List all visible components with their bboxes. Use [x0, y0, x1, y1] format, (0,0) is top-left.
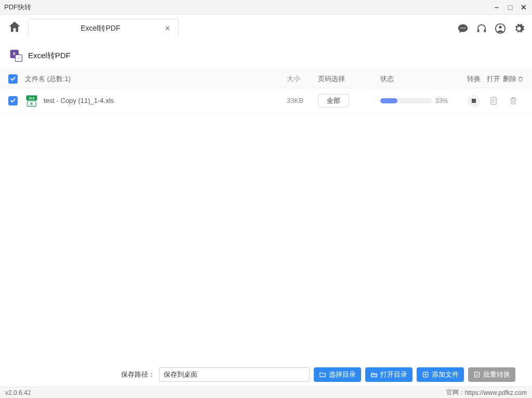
minimize-button[interactable]: –	[493, 3, 501, 11]
delete-file-button[interactable]	[507, 95, 520, 107]
save-path-label: 保存路径：	[121, 370, 155, 379]
tab-close-button[interactable]: ×	[163, 24, 172, 33]
progress-bar	[380, 98, 432, 103]
svg-rect-19	[474, 372, 479, 377]
svg-text:XLS: XLS	[29, 96, 34, 99]
statusbar: v2.0.6.42 官网： https://www.pdfkz.com	[0, 387, 532, 398]
toolbar-actions	[457, 23, 525, 34]
header-pages: 页码选择	[318, 74, 380, 84]
site-url[interactable]: https://www.pdfkz.com	[465, 389, 527, 396]
site-label: 官网：	[446, 388, 465, 397]
convert-icon	[473, 371, 481, 378]
chat-icon[interactable]	[457, 23, 469, 34]
file-size: 33KB	[287, 97, 318, 104]
maximize-button[interactable]: □	[506, 3, 514, 11]
window-controls: – □ ✕	[493, 3, 528, 11]
file-name-cell: XLS E test - Copy (11)_1-4.xls	[25, 94, 287, 108]
titlebar: PDF快转 – □ ✕	[0, 0, 532, 15]
home-icon	[7, 20, 22, 34]
tab-label: Excel转PDF	[38, 24, 163, 33]
batch-convert-button[interactable]: 批量转换	[468, 367, 515, 382]
trash-icon[interactable]	[517, 76, 524, 82]
list-header: 文件名 (总数:1) 大小 页码选择 状态 转换 打开 删除	[0, 70, 532, 88]
add-file-button[interactable]: 添加文件	[417, 367, 464, 382]
select-all-checkbox[interactable]	[8, 74, 18, 84]
save-path-input[interactable]	[159, 367, 310, 382]
gear-icon[interactable]	[513, 23, 525, 34]
header-delete: 删除	[503, 74, 524, 84]
version-label: v2.0.6.42	[5, 389, 31, 396]
toolbar: Excel转PDF ×	[0, 15, 532, 37]
file-name: test - Copy (11)_1-4.xls	[44, 97, 114, 104]
tab-excel-to-pdf[interactable]: Excel转PDF ×	[28, 19, 179, 37]
open-file-button[interactable]	[487, 95, 500, 107]
headset-icon[interactable]	[476, 23, 487, 34]
svg-text:E: E	[30, 101, 33, 106]
section-title: Excel转PDF	[28, 51, 71, 61]
header-status: 状态	[380, 74, 463, 84]
svg-rect-1	[484, 29, 486, 32]
header-size: 大小	[287, 74, 318, 84]
stop-icon	[472, 99, 476, 103]
svg-point-3	[499, 26, 502, 29]
page-select-button[interactable]: 全部	[318, 94, 349, 108]
header-open: 打开	[484, 74, 503, 84]
open-dir-button[interactable]: 打开目录	[365, 367, 413, 382]
file-convert-cell	[463, 95, 484, 107]
header-filename: 文件名 (总数:1)	[25, 74, 287, 84]
plus-icon	[422, 371, 429, 378]
bottom-bar: 保存路径： 选择目录 打开目录 添加文件 批量转换	[0, 363, 532, 387]
folder-search-icon	[319, 371, 326, 378]
xls-file-icon: XLS E	[25, 94, 38, 108]
excel-pdf-icon: E ↗	[9, 49, 23, 62]
window-title: PDF快转	[4, 3, 493, 12]
trash-icon	[509, 96, 518, 105]
file-status: 33%	[380, 97, 463, 104]
row-checkbox[interactable]	[8, 96, 18, 105]
file-open-cell	[484, 95, 503, 107]
file-delete-cell	[503, 95, 524, 107]
section-header: E ↗ Excel转PDF	[0, 37, 532, 70]
check-icon	[10, 76, 16, 82]
folder-open-icon	[370, 371, 378, 378]
file-row: XLS E test - Copy (11)_1-4.xls 33KB 全部 3…	[0, 88, 532, 113]
svg-text:↗: ↗	[17, 57, 20, 60]
home-button[interactable]	[7, 20, 22, 34]
svg-rect-0	[477, 29, 480, 32]
progress-fill	[380, 98, 397, 103]
choose-dir-button[interactable]: 选择目录	[314, 367, 361, 382]
document-icon	[489, 96, 498, 105]
header-convert: 转换	[463, 74, 484, 84]
check-icon	[10, 98, 16, 104]
file-pages: 全部	[318, 94, 380, 108]
close-button[interactable]: ✕	[520, 3, 528, 11]
stop-button[interactable]	[468, 95, 480, 107]
user-icon[interactable]	[495, 23, 506, 34]
progress-percent: 33%	[435, 97, 448, 104]
